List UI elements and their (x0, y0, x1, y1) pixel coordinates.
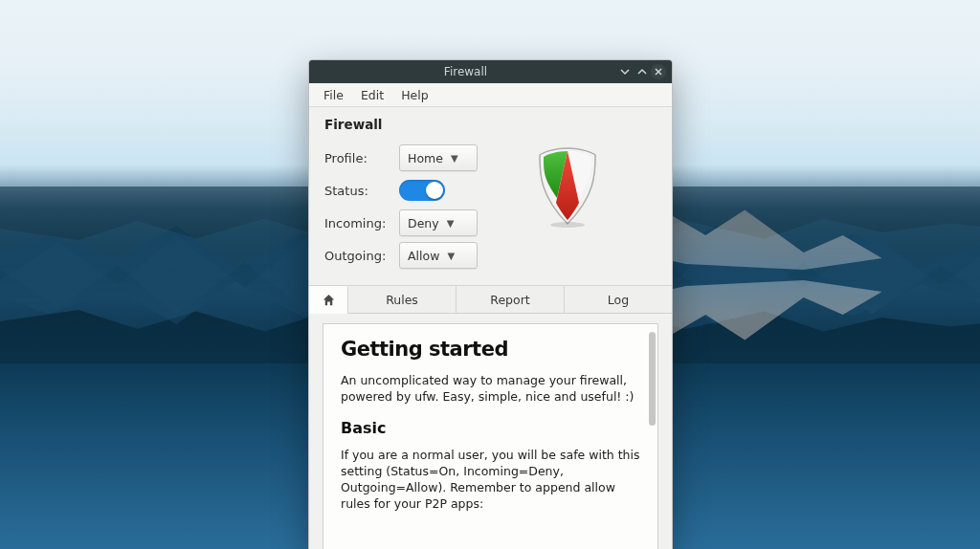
content-area: Getting started An uncomplicated way to … (309, 314, 672, 549)
menu-edit[interactable]: Edit (352, 85, 392, 105)
svg-point-0 (550, 222, 585, 228)
outgoing-select[interactable]: Allow ▼ (399, 242, 478, 269)
doc-basic-text: If you are a normal user, you will be sa… (341, 447, 640, 513)
menu-help[interactable]: Help (392, 85, 437, 105)
toggle-knob (426, 182, 443, 199)
home-icon (322, 293, 336, 307)
caret-down-icon: ▼ (447, 251, 455, 261)
panel-heading: Firewall (324, 117, 657, 132)
chevron-up-icon (636, 66, 648, 77)
caret-down-icon: ▼ (451, 153, 458, 164)
incoming-value: Deny (408, 216, 439, 231)
incoming-label: Incoming: (324, 216, 399, 231)
chevron-down-icon (619, 66, 631, 77)
doc-intro: An uncomplicated way to manage your fire… (341, 372, 640, 406)
tabbar: Rules Report Log (309, 286, 672, 314)
profile-label: Profile: (324, 151, 399, 165)
menu-file[interactable]: File (315, 85, 352, 105)
tab-home[interactable] (309, 286, 348, 313)
doc-heading: Getting started (341, 338, 640, 361)
status-toggle[interactable] (399, 180, 445, 201)
profile-value: Home (408, 151, 443, 165)
profile-select[interactable]: Home ▼ (399, 144, 478, 171)
tab-log[interactable]: Log (565, 286, 672, 313)
window-title: Firewall (315, 65, 616, 78)
titlebar[interactable]: Firewall (309, 60, 672, 83)
incoming-select[interactable]: Deny ▼ (399, 209, 478, 236)
outgoing-value: Allow (408, 249, 439, 263)
doc-subheading: Basic (341, 419, 640, 437)
close-icon (654, 67, 663, 77)
menubar: File Edit Help (309, 83, 672, 107)
tab-rules[interactable]: Rules (348, 286, 457, 313)
tab-report[interactable]: Report (457, 286, 565, 313)
close-button[interactable] (651, 64, 666, 79)
status-label: Status: (324, 184, 399, 198)
scrollbar-thumb[interactable] (649, 332, 656, 426)
doc-viewer[interactable]: Getting started An uncomplicated way to … (323, 323, 658, 549)
firewall-window: Firewall File Edit Help Firewall Profile… (308, 59, 673, 549)
outgoing-label: Outgoing: (324, 249, 399, 263)
gufw-shield-icon (534, 145, 601, 230)
minimize-button[interactable] (616, 63, 634, 80)
maximize-button[interactable] (634, 63, 651, 80)
caret-down-icon: ▼ (447, 218, 455, 229)
desktop-wallpaper: Firewall File Edit Help Firewall Profile… (0, 0, 980, 549)
settings-panel: Firewall Profile: Home ▼ Status: (309, 107, 672, 286)
